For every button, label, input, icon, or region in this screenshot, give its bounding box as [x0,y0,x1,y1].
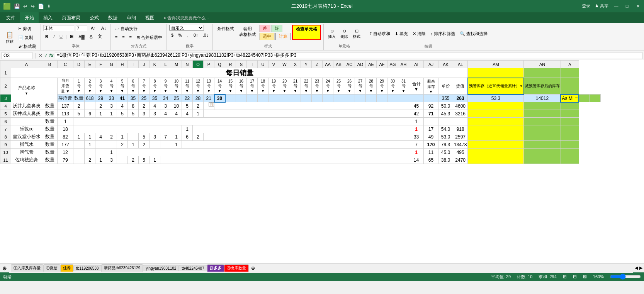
cell-C9[interactable]: 177 [58,141,73,149]
decimal-increase-button[interactable]: .0↑ [190,32,200,39]
cell-C11[interactable]: 79 [58,156,73,164]
cell-M7[interactable]: 1 [182,125,193,133]
decimal-decrease-button[interactable]: .0↓ [201,32,211,39]
cell-F9[interactable] [95,141,106,149]
add-sheet-button[interactable]: ⊕ [0,265,9,271]
col-header-D[interactable]: D [73,61,85,68]
cell-U3[interactable] [279,95,290,102]
add-sheet-icon[interactable]: ⊕ [249,265,257,272]
style-bad[interactable]: 差 [259,25,270,32]
undo-icon[interactable]: ↩ [23,3,27,9]
cell-AE3[interactable] [387,95,398,102]
cell-R3[interactable] [247,95,258,102]
cell-AK7[interactable]: 54.0 [438,125,453,133]
print-icon[interactable]: 📄 [38,3,44,9]
style-calc[interactable]: 计算 [275,33,291,40]
cell-G11[interactable]: 3 [106,156,117,164]
cell-Y3[interactable] [323,95,333,102]
col-header-AI[interactable]: AI [409,61,424,68]
cell-AN10[interactable] [524,149,561,156]
col-header-Z[interactable]: Z [312,61,323,68]
bold-button[interactable]: B [43,33,50,40]
align-center-button[interactable]: ≡ [120,34,126,42]
cell-G5[interactable]: 1 [106,110,117,118]
cell-P4[interactable]: 📋 [204,102,214,110]
cell-AO6[interactable] [561,118,579,125]
col-header-M[interactable]: M [171,61,182,68]
cell-AM10[interactable] [468,149,524,156]
col-header-W[interactable]: W [279,61,290,68]
confirm-formula-icon[interactable]: ✓ [44,53,48,58]
cell-AL2[interactable]: 货值 [453,78,468,95]
cell-E5[interactable]: 6 [85,110,95,118]
border-button[interactable]: ⊞ [68,33,75,40]
cell-I4[interactable]: 8 [128,102,139,110]
cell-K11[interactable]: 1 [150,156,160,164]
cell-F11[interactable]: 1 [95,156,106,164]
cell-A3[interactable]: 痔疮膏 [58,95,73,102]
view-page-break-icon[interactable]: ⊠ [583,274,587,279]
cell-AJ10[interactable]: 11 [424,149,438,156]
cell-AJ8[interactable]: 49 [424,133,438,141]
cell-AC2[interactable]: 26号▼ [344,78,355,95]
cell-O2[interactable]: 12号▼ [193,78,204,95]
underline-button[interactable]: U [58,33,65,40]
cell-AK11[interactable]: 38.0 [438,156,453,164]
cell-AL11[interactable]: 2470 [453,156,468,164]
cell-B10[interactable]: 数量 [42,149,58,156]
cell-B6[interactable]: 数量 [42,118,58,125]
cell-B5[interactable]: 数量 [42,110,58,118]
cell-B9[interactable]: 数量 [42,141,58,149]
col-header-AH[interactable]: AH [398,61,409,68]
cell-B2[interactable] [42,78,58,102]
cell-AL9[interactable]: 13478 [453,141,468,149]
sheet-tab-outbound[interactable]: ⑧出库数量 [224,264,249,272]
cell-AC3[interactable] [366,95,377,102]
col-header-J[interactable]: J [139,61,150,68]
cell-H8[interactable]: 1 [117,133,128,141]
check-cell-button[interactable]: 检查单元格 [292,25,321,40]
cell-AO1[interactable] [561,68,579,78]
col-header-O[interactable]: O [193,61,204,68]
cell-AM9[interactable] [468,141,524,149]
cell-B11[interactable]: 数量 [42,156,58,164]
cell-AJ5[interactable]: 71 [424,110,438,118]
cell-J8[interactable]: 5 [139,133,150,141]
cell-AL8[interactable]: 2597 [453,133,468,141]
cell-A4[interactable]: 沃井儿童鼻炎 [11,102,42,110]
col-header-T[interactable]: T [247,61,258,68]
cell-F8[interactable]: 4 [95,133,106,141]
cell-H9[interactable]: 2 [117,141,128,149]
cell-Y2[interactable]: 22号▼ [301,78,312,95]
cell-AN4[interactable] [524,102,561,110]
cell-F10[interactable] [95,149,106,156]
cell-L4[interactable]: 3 [160,102,171,110]
col-header-Q[interactable]: Q [214,61,225,68]
cell-AE2[interactable]: 28号▼ [366,78,377,95]
col-header-AA[interactable]: AA [323,61,333,68]
close-button[interactable]: ✕ [635,3,641,9]
col-header-Y[interactable]: Y [301,61,312,68]
quick-save-icon[interactable]: 💾 [14,3,20,9]
cell-AI3[interactable]: 355 [438,95,453,102]
tab-formula[interactable]: 公式 [85,12,104,23]
cell-N8[interactable]: 6 [182,133,193,141]
clear-button[interactable]: ✕ 清除 [411,30,428,38]
tab-search[interactable]: ♦ 告诉我您想要做什么... [159,12,214,23]
cell-AD2[interactable]: 27号▼ [355,78,366,95]
maximize-button[interactable]: □ [624,3,630,9]
col-header-R[interactable]: R [225,61,236,68]
sheet-tab-pdd[interactable]: 拼多多 [207,264,224,272]
cell-P3[interactable] [225,95,236,102]
cell-H4[interactable]: 4 [117,102,128,110]
cell-W2[interactable]: 20号▼ [279,78,290,95]
cell-C4[interactable]: 137 [58,102,73,110]
cell-L5[interactable]: 4 [160,110,171,118]
cell-H3[interactable]: 25 [139,95,150,102]
cell-AK10[interactable]: 45.0 [438,149,453,156]
cell-AI9[interactable]: 7 [409,141,424,149]
cell-AO11[interactable] [561,156,579,164]
cell-I8[interactable] [128,133,139,141]
insert-function-icon[interactable]: fx [49,53,54,58]
cell-AI10[interactable]: 1 [409,149,424,156]
